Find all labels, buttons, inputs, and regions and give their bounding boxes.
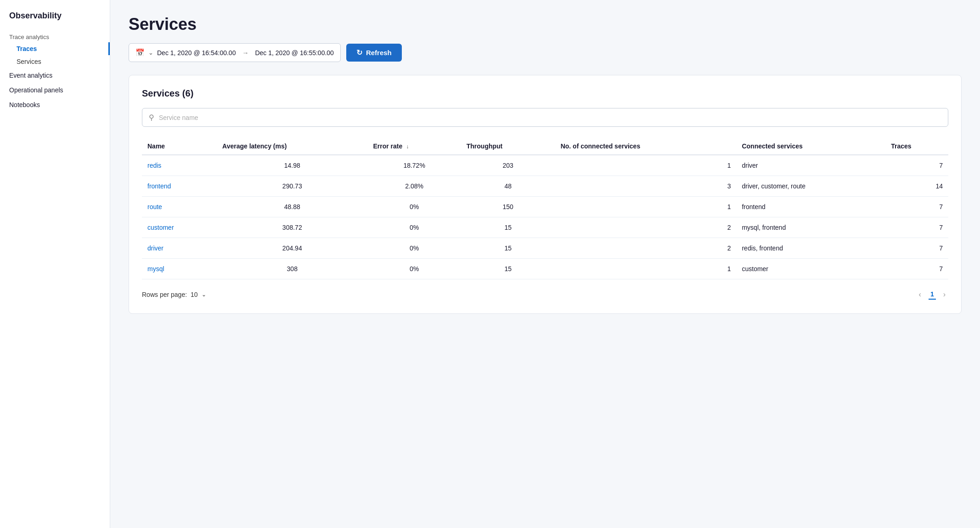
panel-footer: Rows per page: 10 ⌄ ‹ 1 › xyxy=(142,289,948,301)
sidebar-item-services[interactable]: Services xyxy=(0,55,110,68)
throughput-cell: 15 xyxy=(461,217,555,238)
avg-latency-cell: 204.94 xyxy=(217,238,367,259)
connected-count-cell: 1 xyxy=(555,155,737,176)
col-connected-count: No. of connected services xyxy=(555,138,737,155)
service-name-link[interactable]: route xyxy=(142,197,217,217)
table-header-row: Name Average latency (ms) Error rate ↓ T… xyxy=(142,138,948,155)
refresh-icon: ↻ xyxy=(356,48,362,57)
avg-latency-cell: 308.72 xyxy=(217,217,367,238)
connected-count-cell: 3 xyxy=(555,176,737,197)
table-row: redis 14.98 18.72% 203 1 driver 7 xyxy=(142,155,948,176)
traces-cell: 7 xyxy=(885,197,948,217)
traces-cell: 7 xyxy=(885,238,948,259)
sidebar-item-event-analytics[interactable]: Event analytics xyxy=(0,68,110,83)
service-name-link[interactable]: customer xyxy=(142,217,217,238)
avg-latency-cell: 14.98 xyxy=(217,155,367,176)
date-arrow: → xyxy=(242,49,248,57)
avg-latency-cell: 308 xyxy=(217,259,367,279)
sidebar: Observability Trace analytics Traces Ser… xyxy=(0,0,110,528)
date-picker-button[interactable]: 📅 ⌄ Dec 1, 2020 @ 16:54:00.00 → Dec 1, 2… xyxy=(129,43,341,62)
error-rate-cell: 0% xyxy=(367,217,461,238)
services-panel: Services (6) ⚲ Name Average latency (ms)… xyxy=(129,75,962,314)
rows-per-page-value: 10 xyxy=(191,291,198,298)
connected-count-cell: 1 xyxy=(555,197,737,217)
traces-cell: 14 xyxy=(885,176,948,197)
sidebar-section-trace-analytics: Trace analytics xyxy=(0,30,110,42)
col-name: Name xyxy=(142,138,217,155)
toolbar: 📅 ⌄ Dec 1, 2020 @ 16:54:00.00 → Dec 1, 2… xyxy=(129,43,962,62)
col-connected-services: Connected services xyxy=(736,138,885,155)
refresh-button[interactable]: ↻ Refresh xyxy=(346,44,402,62)
error-rate-cell: 0% xyxy=(367,259,461,279)
page-title: Services xyxy=(129,15,962,34)
search-input[interactable] xyxy=(159,114,941,121)
date-to: Dec 1, 2020 @ 16:55:00.00 xyxy=(255,49,333,57)
table-row: frontend 290.73 2.08% 48 3 driver, custo… xyxy=(142,176,948,197)
rows-per-page-chevron-icon: ⌄ xyxy=(202,291,206,298)
connected-count-cell: 2 xyxy=(555,238,737,259)
error-rate-cell: 0% xyxy=(367,238,461,259)
main-content: Services 📅 ⌄ Dec 1, 2020 @ 16:54:00.00 →… xyxy=(110,0,980,528)
search-icon: ⚲ xyxy=(149,113,154,122)
sidebar-item-traces[interactable]: Traces xyxy=(0,42,110,55)
connected-services-cell: driver, customer, route xyxy=(736,176,885,197)
col-avg-latency: Average latency (ms) xyxy=(217,138,367,155)
throughput-cell: 15 xyxy=(461,238,555,259)
throughput-cell: 203 xyxy=(461,155,555,176)
table-row: mysql 308 0% 15 1 customer 7 xyxy=(142,259,948,279)
avg-latency-cell: 290.73 xyxy=(217,176,367,197)
current-page: 1 xyxy=(929,290,936,300)
col-error-rate[interactable]: Error rate ↓ xyxy=(367,138,461,155)
sidebar-item-operational-panels[interactable]: Operational panels xyxy=(0,83,110,97)
error-rate-cell: 18.72% xyxy=(367,155,461,176)
services-table: Name Average latency (ms) Error rate ↓ T… xyxy=(142,138,948,279)
chevron-down-icon: ⌄ xyxy=(148,49,153,56)
col-traces: Traces xyxy=(885,138,948,155)
next-page-button[interactable]: › xyxy=(941,289,948,301)
traces-cell: 7 xyxy=(885,217,948,238)
connected-count-cell: 2 xyxy=(555,217,737,238)
refresh-label: Refresh xyxy=(366,49,392,57)
connected-services-cell: frontend xyxy=(736,197,885,217)
service-name-link[interactable]: mysql xyxy=(142,259,217,279)
traces-cell: 7 xyxy=(885,155,948,176)
col-throughput: Throughput xyxy=(461,138,555,155)
sidebar-item-notebooks[interactable]: Notebooks xyxy=(0,97,110,112)
service-name-link[interactable]: driver xyxy=(142,238,217,259)
connected-count-cell: 1 xyxy=(555,259,737,279)
throughput-cell: 15 xyxy=(461,259,555,279)
prev-page-button[interactable]: ‹ xyxy=(916,289,924,301)
search-bar: ⚲ xyxy=(142,108,948,127)
error-rate-cell: 2.08% xyxy=(367,176,461,197)
panel-title: Services (6) xyxy=(142,88,948,99)
service-name-link[interactable]: frontend xyxy=(142,176,217,197)
sort-arrow-icon: ↓ xyxy=(406,143,409,150)
pagination: ‹ 1 › xyxy=(916,289,948,301)
throughput-cell: 150 xyxy=(461,197,555,217)
avg-latency-cell: 48.88 xyxy=(217,197,367,217)
service-name-link[interactable]: redis xyxy=(142,155,217,176)
connected-services-cell: mysql, frontend xyxy=(736,217,885,238)
traces-cell: 7 xyxy=(885,259,948,279)
table-row: route 48.88 0% 150 1 frontend 7 xyxy=(142,197,948,217)
rows-per-page-selector[interactable]: Rows per page: 10 ⌄ xyxy=(142,291,206,298)
throughput-cell: 48 xyxy=(461,176,555,197)
connected-services-cell: driver xyxy=(736,155,885,176)
connected-services-cell: redis, frontend xyxy=(736,238,885,259)
table-row: customer 308.72 0% 15 2 mysql, frontend … xyxy=(142,217,948,238)
connected-services-cell: customer xyxy=(736,259,885,279)
calendar-icon: 📅 xyxy=(135,48,145,57)
rows-per-page-label: Rows per page: xyxy=(142,291,187,298)
sidebar-brand: Observability xyxy=(0,11,110,30)
date-from: Dec 1, 2020 @ 16:54:00.00 xyxy=(157,49,236,57)
error-rate-cell: 0% xyxy=(367,197,461,217)
table-row: driver 204.94 0% 15 2 redis, frontend 7 xyxy=(142,238,948,259)
